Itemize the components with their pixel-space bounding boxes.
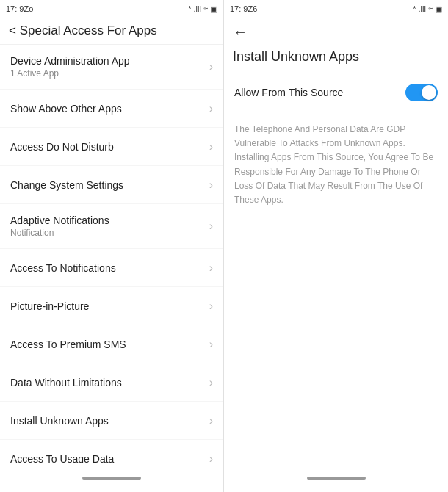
menu-item-premium-sms[interactable]: Access To Premium SMS › bbox=[0, 325, 223, 363]
allow-source-label: Allow From This Source bbox=[234, 87, 343, 98]
chevron-icon: › bbox=[209, 338, 213, 351]
left-status-bar: 17: 9Zo * .lll ≈ ▣ bbox=[0, 0, 223, 18]
right-status-time: 17: 9Z6 bbox=[230, 4, 257, 13]
left-page-header: < Special Access For Apps bbox=[0, 18, 223, 45]
left-status-icons: * .lll ≈ ▣ bbox=[188, 4, 217, 14]
right-status-bar: 17: 9Z6 * .lll ≈ ▣ bbox=[224, 0, 448, 18]
menu-item-pip-content: Picture-in-Picture bbox=[10, 300, 203, 312]
chevron-icon: › bbox=[209, 220, 213, 233]
allow-source-toggle[interactable] bbox=[405, 84, 438, 101]
left-header-title: < Special Access For Apps bbox=[9, 23, 157, 37]
menu-item-show-above-title: Show Above Other Apps bbox=[10, 103, 203, 115]
left-nav-indicator bbox=[82, 477, 141, 480]
menu-item-adaptive-notif[interactable]: Adaptive Notifications Notification › bbox=[0, 204, 223, 249]
menu-item-change-system[interactable]: Change System Settings › bbox=[0, 166, 223, 204]
chevron-icon: › bbox=[209, 102, 213, 115]
menu-item-access-notif-content: Access To Notifications bbox=[10, 262, 203, 274]
menu-item-data-limitations-content: Data Without Limitations bbox=[10, 377, 203, 388]
left-bottom-nav bbox=[0, 463, 223, 492]
menu-item-adaptive-notif-subtitle: Notification bbox=[10, 228, 203, 238]
menu-item-install-unknown-content: Install Unknown Apps bbox=[10, 415, 203, 427]
menu-item-change-system-title: Change System Settings bbox=[10, 179, 203, 191]
right-bottom-nav bbox=[224, 463, 448, 492]
chevron-icon: › bbox=[209, 300, 213, 313]
menu-item-usage-data-content: Access To Usage Data bbox=[10, 453, 203, 463]
right-status-icons: * .lll ≈ ▣ bbox=[413, 4, 442, 14]
menu-item-premium-sms-title: Access To Premium SMS bbox=[10, 339, 203, 350]
menu-item-pip-title: Picture-in-Picture bbox=[10, 300, 203, 312]
left-panel: 17: 9Zo * .lll ≈ ▣ < Special Access For … bbox=[0, 0, 224, 492]
allow-source-row: Allow From This Source bbox=[224, 73, 448, 112]
menu-item-adaptive-notif-content: Adaptive Notifications Notification bbox=[10, 214, 203, 238]
right-panel: 17: 9Z6 * .lll ≈ ▣ ← Install Unknown App… bbox=[224, 0, 448, 492]
chevron-icon: › bbox=[209, 261, 213, 275]
right-back-row[interactable]: ← bbox=[224, 18, 448, 43]
chevron-icon: › bbox=[209, 452, 213, 463]
left-status-time: 17: 9Zo bbox=[6, 4, 33, 13]
right-nav-indicator bbox=[307, 477, 366, 480]
menu-item-change-system-content: Change System Settings bbox=[10, 179, 203, 191]
menu-item-device-admin[interactable]: Device Administration App 1 Active App › bbox=[0, 45, 223, 90]
menu-item-device-admin-subtitle: 1 Active App bbox=[10, 68, 203, 79]
menu-item-data-limitations-title: Data Without Limitations bbox=[10, 377, 203, 388]
chevron-icon: › bbox=[209, 414, 213, 427]
menu-item-access-notif[interactable]: Access To Notifications › bbox=[0, 249, 223, 287]
menu-item-pip[interactable]: Picture-in-Picture › bbox=[0, 287, 223, 325]
chevron-icon: › bbox=[209, 178, 213, 192]
menu-item-data-limitations[interactable]: Data Without Limitations › bbox=[0, 363, 223, 402]
warning-text: The Telephone And Personal Data Are GDP … bbox=[224, 112, 448, 217]
menu-item-device-admin-title: Device Administration App bbox=[10, 55, 203, 67]
menu-item-install-unknown-title: Install Unknown Apps bbox=[10, 415, 203, 427]
menu-item-premium-sms-content: Access To Premium SMS bbox=[10, 339, 203, 350]
chevron-icon: › bbox=[209, 140, 213, 153]
menu-item-do-not-disturb-content: Access Do Not Disturb bbox=[10, 141, 203, 153]
menu-item-usage-data[interactable]: Access To Usage Data › bbox=[0, 440, 223, 463]
right-header-title: Install Unknown Apps bbox=[233, 49, 359, 64]
menu-item-do-not-disturb[interactable]: Access Do Not Disturb › bbox=[0, 128, 223, 166]
menu-item-device-admin-content: Device Administration App 1 Active App bbox=[10, 55, 203, 79]
menu-item-show-above[interactable]: Show Above Other Apps › bbox=[0, 90, 223, 128]
menu-item-install-unknown[interactable]: Install Unknown Apps › bbox=[0, 402, 223, 440]
left-menu-list: Device Administration App 1 Active App ›… bbox=[0, 45, 223, 463]
back-arrow-icon[interactable]: ← bbox=[233, 23, 248, 40]
chevron-icon: › bbox=[209, 60, 213, 73]
menu-item-access-notif-title: Access To Notifications bbox=[10, 262, 203, 274]
right-page-header: Install Unknown Apps bbox=[224, 43, 448, 70]
menu-item-adaptive-notif-title: Adaptive Notifications bbox=[10, 214, 203, 226]
menu-item-show-above-content: Show Above Other Apps bbox=[10, 103, 203, 115]
menu-item-usage-data-title: Access To Usage Data bbox=[10, 453, 203, 463]
menu-item-do-not-disturb-title: Access Do Not Disturb bbox=[10, 141, 203, 153]
chevron-icon: › bbox=[209, 376, 213, 389]
